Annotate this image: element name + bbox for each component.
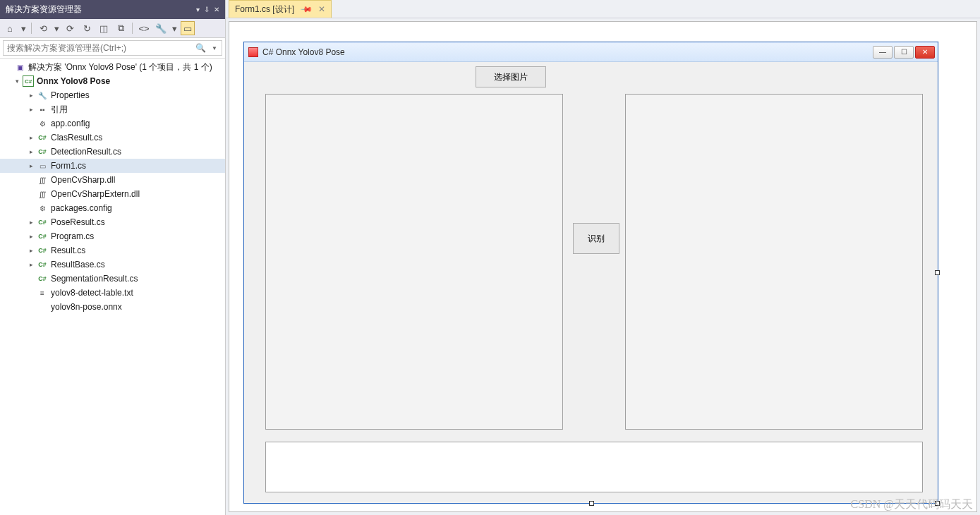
appconfig-node[interactable]: ⚙ app.config <box>0 116 225 131</box>
minimize-button[interactable]: — <box>873 46 893 59</box>
poseonnx-node[interactable]: yolov8n-pose.onnx <box>0 300 225 314</box>
showall-icon[interactable]: ⧉ <box>114 21 128 35</box>
search-dropdown-icon[interactable]: ▼ <box>207 45 222 52</box>
program-node[interactable]: C# Program.cs <box>0 229 225 243</box>
resultbase-node[interactable]: C# ResultBase.cs <box>0 258 225 272</box>
document-tabstrip: Form1.cs [设计] 📌 ✕ <box>226 0 980 18</box>
tree-label: Program.cs <box>51 231 94 241</box>
config-icon: ⚙ <box>37 202 48 214</box>
winform-window[interactable]: C# Onnx Yolov8 Pose — ☐ ✕ 选择图片 识别 <box>243 42 938 504</box>
panel-close-icon[interactable]: ✕ <box>214 6 219 13</box>
close-button[interactable]: ✕ <box>915 46 935 59</box>
wrench-icon: 🔧 <box>37 90 48 101</box>
references-node[interactable]: ▪▪ 引用 <box>0 102 225 116</box>
code-icon[interactable]: <> <box>137 21 151 35</box>
main-area: Form1.cs [设计] 📌 ✕ C# Onnx Yolov8 Pose — … <box>226 0 980 515</box>
project-node[interactable]: C# Onnx Yolov8 Pose <box>0 74 225 88</box>
forward-icon[interactable]: ⟳ <box>63 21 77 35</box>
opencvsharp-node[interactable]: ∭ OpenCvSharp.dll <box>0 173 225 187</box>
labeltxt-node[interactable]: ≡ yolov8-detect-lable.txt <box>0 286 225 300</box>
tree-label: app.config <box>51 119 90 128</box>
tree-label: SegmentationResult.cs <box>51 274 138 284</box>
solution-tree[interactable]: ▣ 解决方案 'Onnx Yolov8 Pose' (1 个项目，共 1 个) … <box>0 59 225 515</box>
select-image-button[interactable]: 选择图片 <box>476 66 546 87</box>
tree-label: 引用 <box>51 104 68 116</box>
tree-label: packages.config <box>51 203 112 213</box>
recognize-button[interactable]: 识别 <box>573 223 619 254</box>
poseresult-node[interactable]: C# PoseResult.cs <box>0 215 225 229</box>
winform-title: C# Onnx Yolov8 Pose <box>262 47 873 57</box>
solution-icon: ▣ <box>14 61 25 73</box>
winform-body: 选择图片 识别 <box>244 62 938 503</box>
tree-label: OpenCvSharpExtern.dll <box>51 189 140 199</box>
preview-icon[interactable]: ▭ <box>181 21 195 35</box>
tree-label: ResultBase.cs <box>51 260 105 269</box>
resize-handle[interactable] <box>935 270 940 275</box>
text-file-icon: ≡ <box>37 287 48 298</box>
csharp-file-icon: C# <box>37 217 48 228</box>
tree-label: yolov8-detect-lable.txt <box>51 288 133 298</box>
left-image-box[interactable] <box>265 94 563 430</box>
tab-label: Form1.cs [设计] <box>235 4 294 16</box>
button-label: 选择图片 <box>494 71 528 83</box>
home-icon[interactable]: ⌂ <box>3 21 17 35</box>
csharp-file-icon: C# <box>37 273 48 284</box>
form-icon: ▭ <box>37 160 48 171</box>
packages-node[interactable]: ⚙ packages.config <box>0 201 225 215</box>
properties-node[interactable]: 🔧 Properties <box>0 88 225 102</box>
search-icon[interactable]: 🔍 <box>193 43 207 53</box>
segmentationresult-node[interactable]: C# SegmentationResult.cs <box>0 272 225 286</box>
properties-icon[interactable]: 🔧 <box>154 21 168 35</box>
tab-close-icon[interactable]: ✕ <box>318 4 325 14</box>
detectionresult-node[interactable]: C# DetectionResult.cs <box>0 145 225 159</box>
clasresult-node[interactable]: C# ClasResult.cs <box>0 131 225 145</box>
toolbar-separator <box>132 23 133 34</box>
button-label: 识别 <box>588 233 605 245</box>
csharp-file-icon: C# <box>37 146 48 157</box>
document-tab-form1[interactable]: Form1.cs [设计] 📌 ✕ <box>229 0 332 18</box>
winform-titlebar[interactable]: C# Onnx Yolov8 Pose — ☐ ✕ <box>244 42 938 62</box>
csharp-project-icon: C# <box>23 75 34 87</box>
tree-label: Result.cs <box>51 246 85 255</box>
tb-dropdown-icon[interactable]: ▾ <box>20 21 27 35</box>
tb-dropdown-icon[interactable]: ▾ <box>53 21 60 35</box>
form1-node[interactable]: ▭ Form1.cs <box>0 159 225 173</box>
result-node[interactable]: C# Result.cs <box>0 243 225 258</box>
resize-handle[interactable] <box>589 501 594 506</box>
tree-label: Form1.cs <box>51 161 86 171</box>
csharp-file-icon: C# <box>37 245 48 256</box>
solution-explorer-title-text: 解决方案资源管理器 <box>6 4 82 16</box>
collapse-icon[interactable]: ◫ <box>97 21 111 35</box>
resize-handle[interactable] <box>935 501 940 506</box>
refresh-icon[interactable]: ↻ <box>80 21 94 35</box>
output-textbox[interactable] <box>265 442 923 492</box>
solution-explorer-toolbar: ⌂ ▾ ⟲ ▾ ⟳ ↻ ◫ ⧉ <> 🔧 ▾ ▭ <box>0 19 225 38</box>
tree-label: PoseResult.cs <box>51 217 105 227</box>
tree-label: yolov8n-pose.onnx <box>51 302 122 312</box>
designer-surface[interactable]: C# Onnx Yolov8 Pose — ☐ ✕ 选择图片 识别 <box>229 21 977 512</box>
solution-root-node[interactable]: ▣ 解决方案 'Onnx Yolov8 Pose' (1 个项目，共 1 个) <box>0 60 225 74</box>
panel-dropdown-icon[interactable]: ▾ <box>196 6 200 13</box>
tab-pin-icon[interactable]: 📌 <box>299 2 313 16</box>
tree-label: 解决方案 'Onnx Yolov8 Pose' (1 个项目，共 1 个) <box>28 61 212 73</box>
solution-explorer-panel: 解决方案资源管理器 ▾ ⇩ ✕ ⌂ ▾ ⟲ ▾ ⟳ ↻ ◫ ⧉ <> 🔧 ▾ ▭… <box>0 0 226 515</box>
blank-file-icon <box>37 301 48 313</box>
right-image-box[interactable] <box>625 94 923 430</box>
solution-search-box[interactable]: 🔍 ▼ <box>3 40 222 56</box>
back-icon[interactable]: ⟲ <box>36 21 50 35</box>
dll-icon: ∭ <box>37 174 48 186</box>
opencvsharpextern-node[interactable]: ∭ OpenCvSharpExtern.dll <box>0 187 225 201</box>
references-icon: ▪▪ <box>37 104 48 115</box>
solution-explorer-titlebar: 解决方案资源管理器 ▾ ⇩ ✕ <box>0 0 225 19</box>
panel-pin-icon[interactable]: ⇩ <box>204 6 210 13</box>
tree-label: OpenCvSharp.dll <box>51 175 115 185</box>
csharp-file-icon: C# <box>37 231 48 242</box>
maximize-button[interactable]: ☐ <box>894 46 914 59</box>
app-icon <box>248 47 258 57</box>
tb-dropdown-icon[interactable]: ▾ <box>171 21 178 35</box>
toolbar-separator <box>31 23 32 34</box>
tree-label: DetectionResult.cs <box>51 147 121 157</box>
config-icon: ⚙ <box>37 118 48 129</box>
tree-label: Properties <box>51 90 90 100</box>
search-input[interactable] <box>4 43 193 53</box>
